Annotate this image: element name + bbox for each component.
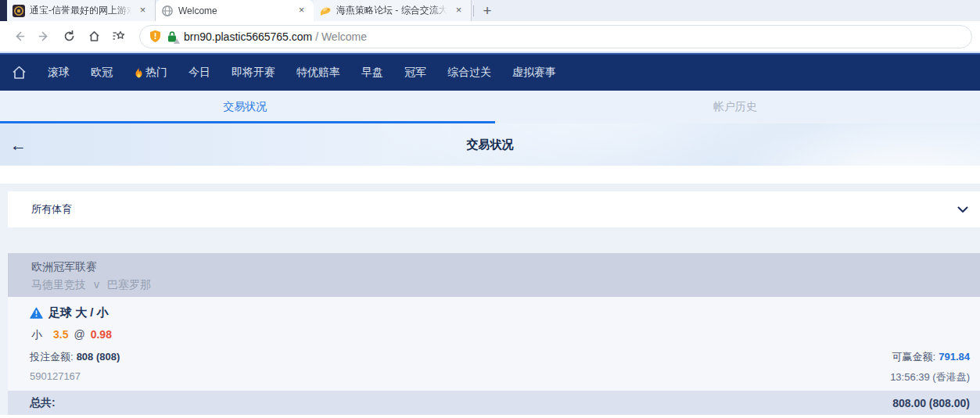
back-arrow-icon[interactable]: ←	[10, 137, 27, 153]
nav-item-label: 早盘	[361, 66, 383, 80]
forum-bird-favicon-icon	[319, 5, 332, 17]
nav-item-label: 即将开赛	[232, 66, 275, 80]
nav-item-ucl[interactable]: 欧冠	[91, 66, 113, 80]
browser-toolbar: brn90.plastic5665765.com / Welcome	[0, 21, 980, 52]
nav-item-label: 综合过关	[447, 66, 491, 80]
league-header: 欧洲冠军联赛 马德里竞技v巴塞罗那	[8, 253, 980, 297]
tab-trade-status[interactable]: 交易状况	[0, 91, 490, 123]
nav-item-label: 滚球	[48, 66, 70, 80]
close-icon[interactable]: ×	[452, 4, 465, 17]
market-name: 足球 大 / 小	[48, 305, 109, 320]
tab-separator	[473, 5, 474, 16]
sport-filter-dropdown[interactable]: 所有体育	[8, 191, 980, 227]
page-tabs: 交易状况 帐户历史	[0, 91, 980, 123]
home-team: 马德里竞技	[31, 278, 86, 291]
browser-tab-tongbao[interactable]: 通宝-信誉最好的网上游戏平 ×	[7, 0, 156, 21]
at-symbol: @	[74, 328, 84, 341]
page-title: 交易状况	[467, 138, 514, 152]
stake-label: 投注金额:	[30, 351, 74, 363]
content-gap	[0, 227, 980, 253]
nav-item-outright[interactable]: 冠军	[404, 66, 426, 80]
site-navbar: 滚球 欧冠 热门 今日 即将开赛 特优赔率 早盘 冠军 综合过关 虚拟赛事	[0, 53, 980, 91]
bet-time: 13:56:39 (香港盘)	[890, 370, 970, 384]
nav-item-special-odds[interactable]: 特优赔率	[296, 66, 340, 80]
selection: 小	[31, 328, 42, 341]
nav-item-virtual[interactable]: 虚拟赛事	[512, 66, 556, 80]
stake-value: 808 (808)	[77, 351, 120, 363]
total-row: 总共: 808.00 (808.00)	[8, 391, 980, 415]
content-bottom-spacer	[0, 415, 980, 418]
window-frame-corner	[0, 0, 7, 21]
handicap-line: 3.5	[53, 328, 68, 341]
address-bar[interactable]: brn90.plastic5665765.com / Welcome	[139, 25, 972, 48]
warning-icon	[30, 307, 43, 319]
tab-title: 海燕策略论坛 - 综合交流大	[336, 4, 447, 17]
back-icon[interactable]	[8, 26, 30, 48]
selection-row: 小3.5@0.98	[30, 328, 970, 342]
tab-account-history[interactable]: 帐户历史	[490, 91, 980, 123]
odds-value: 0.98	[91, 328, 112, 341]
nav-item-parlay[interactable]: 综合过关	[447, 66, 491, 80]
vs-label: v	[94, 278, 99, 291]
browser-tab-welcome[interactable]: Welcome ×	[156, 0, 314, 21]
ssl-lock-icon[interactable]	[167, 30, 178, 43]
nav-item-early-market[interactable]: 早盘	[361, 66, 383, 80]
nav-item-live[interactable]: 滚球	[48, 66, 70, 80]
league-name: 欧洲冠军联赛	[31, 260, 980, 274]
tab-title: 通宝-信誉最好的网上游戏平	[30, 4, 131, 17]
close-icon[interactable]: ×	[295, 4, 308, 17]
market-row: 足球 大 / 小	[30, 305, 970, 320]
potential-win: 可赢金额:791.84	[892, 350, 970, 364]
browser-tab-strip: 通宝-信誉最好的网上游戏平 × Welcome × 海燕策略论坛 - 综合交流大…	[0, 0, 980, 21]
url-path: / Welcome	[315, 30, 367, 43]
meta-row: 590127167 13:56:39 (香港盘)	[30, 370, 970, 384]
nav-item-label: 冠军	[404, 66, 426, 80]
nav-item-today[interactable]: 今日	[188, 66, 210, 80]
page-header: ← 交易状况	[0, 123, 980, 166]
url-text: brn90.plastic5665765.com / Welcome	[184, 30, 367, 43]
gold-emblem-favicon-icon	[13, 5, 25, 17]
reload-icon[interactable]	[58, 26, 80, 48]
globe-icon	[161, 5, 174, 17]
nav-item-label: 今日	[188, 66, 210, 80]
win-label: 可赢金额:	[892, 351, 936, 363]
win-value: 791.84	[939, 351, 970, 363]
stake: 投注金额:808 (808)	[30, 350, 120, 364]
match-teams: 马德里竞技v巴塞罗那	[31, 278, 980, 292]
nav-item-upcoming[interactable]: 即将开赛	[232, 66, 275, 80]
nav-item-label: 特优赔率	[296, 66, 340, 80]
fire-icon	[134, 66, 144, 79]
content-area: 所有体育 欧洲冠军联赛 马德里竞技v巴塞罗那 足球 大 / 小 小3.5@0.9…	[0, 166, 980, 418]
bet-id: 590127167	[30, 370, 81, 384]
bet-ticket: 足球 大 / 小 小3.5@0.98 投注金额:808 (808) 可赢金额:7…	[8, 297, 980, 391]
nav-item-label: 热门	[145, 66, 167, 80]
away-team: 巴塞罗那	[107, 278, 151, 291]
new-tab-button[interactable]: +	[476, 0, 499, 21]
nav-item-label: 欧冠	[91, 66, 113, 80]
browser-window: 通宝-信誉最好的网上游戏平 × Welcome × 海燕策略论坛 - 综合交流大…	[0, 0, 980, 418]
extension-shield-icon[interactable]	[149, 30, 161, 43]
nav-item-label: 虚拟赛事	[512, 66, 556, 80]
tab-title: Welcome	[178, 5, 290, 16]
total-value: 808.00 (808.00)	[892, 397, 970, 409]
content-top-spacer	[0, 166, 980, 184]
url-host: brn90.plastic5665765.com	[184, 30, 312, 43]
close-icon[interactable]: ×	[136, 4, 149, 17]
total-label: 总共:	[30, 396, 56, 410]
forward-icon[interactable]	[33, 26, 55, 48]
nav-home-icon[interactable]	[11, 65, 27, 80]
browser-tab-forum[interactable]: 海燕策略论坛 - 综合交流大 ×	[314, 0, 472, 21]
chevron-down-icon	[957, 206, 968, 213]
nav-item-hot[interactable]: 热门	[134, 66, 167, 80]
bookmark-icon[interactable]	[108, 26, 130, 48]
home-icon[interactable]	[83, 26, 105, 48]
amount-row: 投注金额:808 (808) 可赢金额:791.84	[30, 350, 970, 364]
sport-filter-label: 所有体育	[31, 202, 72, 216]
